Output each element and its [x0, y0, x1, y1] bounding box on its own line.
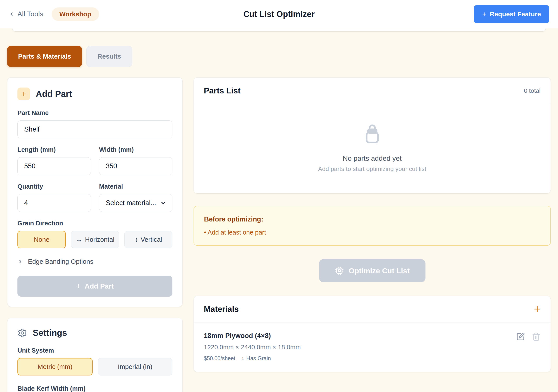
scrolled-card-bottom-edge [12, 28, 546, 32]
material-dimensions: 1220.0mm × 2440.0mm × 18.0mm [204, 344, 541, 351]
empty-state-caption: Add parts to start optimizing your cut l… [318, 165, 426, 172]
width-input[interactable] [99, 157, 173, 175]
material-label: Material [99, 183, 173, 190]
delete-material-button[interactable] [532, 332, 541, 341]
grain-vertical-button[interactable]: ↕ Vertical [124, 231, 172, 248]
materials-title: Materials [204, 305, 239, 314]
unit-system-label: Unit System [17, 347, 172, 354]
chevron-down-icon [160, 200, 166, 206]
edit-material-button[interactable] [516, 332, 525, 341]
plus-icon: + [76, 281, 81, 291]
width-label: Width (mm) [99, 146, 173, 153]
page-title: Cut List Optimizer [243, 9, 314, 19]
material-name: 18mm Plywood (4×8) [204, 332, 541, 340]
settings-card: Settings Unit System Metric (mm) Imperia… [7, 318, 183, 392]
grain-direction-label: Grain Direction [17, 220, 172, 227]
empty-state-title: No parts added yet [343, 154, 401, 162]
edge-banding-label: Edge Banding Options [28, 258, 93, 265]
parts-list-empty-state: No parts added yet Add parts to start op… [194, 104, 551, 193]
grain-none-label: None [34, 236, 50, 243]
edge-banding-toggle[interactable]: Edge Banding Options [17, 258, 172, 265]
metric-button[interactable]: Metric (mm) [17, 358, 93, 375]
chevron-left-icon [9, 11, 14, 17]
vertical-arrow-icon: ↕ [135, 236, 138, 243]
metric-label: Metric (mm) [37, 363, 72, 370]
workshop-badge: Workshop [52, 7, 99, 21]
tab-parts-materials[interactable]: Parts & Materials [7, 46, 82, 67]
optimize-button-label: Optimize Cut List [349, 267, 410, 275]
gear-icon [17, 328, 27, 338]
warning-title: Before optimizing: [204, 215, 540, 223]
grain-horizontal-button[interactable]: ↔ Horizontal [71, 231, 119, 248]
grain-none-button[interactable]: None [17, 231, 66, 248]
before-optimizing-warning: Before optimizing: • Add at least one pa… [193, 206, 551, 246]
warning-item: • Add at least one part [204, 229, 540, 236]
part-name-input[interactable] [17, 120, 172, 138]
request-feature-label: Request Feature [490, 10, 541, 18]
add-part-title: Add Part [36, 89, 72, 99]
all-tools-back-link[interactable]: All Tools [9, 10, 43, 18]
part-name-label: Part Name [17, 109, 172, 117]
settings-title: Settings [33, 328, 67, 338]
plus-icon: + [482, 11, 486, 18]
chevron-right-icon [17, 259, 23, 264]
request-feature-button[interactable]: + Request Feature [474, 5, 549, 23]
material-select[interactable]: Select material... [99, 194, 173, 212]
add-part-card: + Add Part Part Name Length (mm) Width (… [7, 77, 183, 307]
materials-card: Materials + 18mm Plywood (4×8) 1220.0mm … [193, 296, 551, 372]
add-part-plus-icon: + [17, 87, 30, 100]
view-tabs: Parts & Materials Results [7, 46, 551, 67]
length-label: Length (mm) [17, 146, 91, 153]
all-tools-label: All Tools [17, 10, 43, 18]
add-part-button-label: Add Part [85, 282, 113, 290]
top-header: All Tools Workshop Cut List Optimizer + … [0, 0, 558, 28]
parts-list-title: Parts List [204, 86, 241, 95]
quantity-label: Quantity [17, 183, 91, 190]
material-grain-label: Has Grain [246, 355, 271, 361]
blade-kerf-label: Blade Kerf Width (mm) [17, 385, 172, 392]
grain-vertical-label: Vertical [140, 236, 162, 243]
grain-direction-group: None ↔ Horizontal ↕ Vertical [17, 231, 172, 248]
horizontal-arrow-icon: ↔ [76, 236, 82, 243]
grain-horizontal-label: Horizontal [85, 236, 114, 243]
tab-results[interactable]: Results [86, 46, 132, 67]
imperial-label: Imperial (in) [118, 363, 152, 370]
add-material-button[interactable]: + [534, 306, 541, 313]
optimize-cut-list-button[interactable]: Optimize Cut List [319, 259, 426, 282]
material-price: $50.00/sheet [204, 355, 235, 361]
parts-list-card: Parts List 0 total No parts added yet Ad… [193, 77, 551, 194]
imperial-button[interactable]: Imperial (in) [98, 358, 173, 375]
toolbox-icon [361, 124, 384, 146]
add-part-button[interactable]: + Add Part [17, 276, 172, 297]
cpu-icon [335, 266, 344, 275]
material-item: 18mm Plywood (4×8) 1220.0mm × 2440.0mm ×… [194, 323, 551, 372]
grain-arrow-icon: ↕ [242, 355, 244, 361]
length-input[interactable] [17, 157, 91, 175]
quantity-input[interactable] [17, 194, 91, 212]
parts-list-count: 0 total [524, 87, 541, 94]
unit-system-group: Metric (mm) Imperial (in) [17, 358, 172, 375]
material-select-value: Select material... [106, 199, 156, 207]
